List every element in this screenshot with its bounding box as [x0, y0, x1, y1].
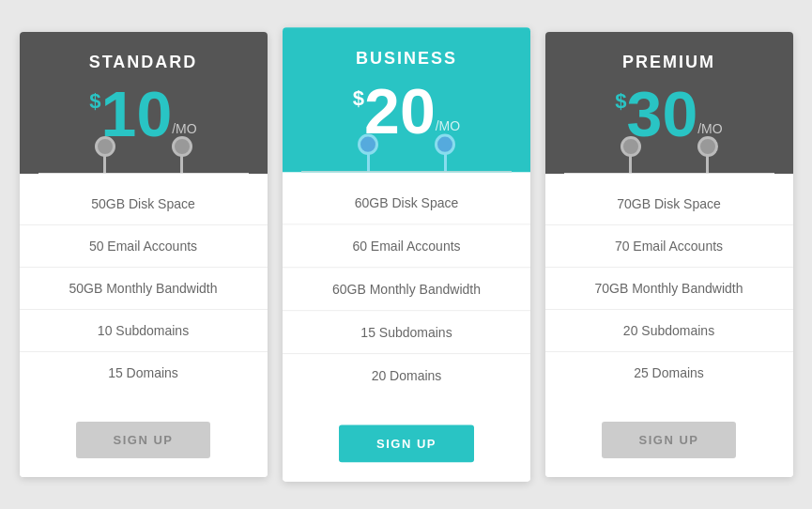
connector-business [301, 144, 512, 173]
pin-stem-business-1 [443, 154, 446, 171]
plan-header-premium: PREMIUM$30/MO [545, 32, 793, 174]
plan-price-business: $20/MO [301, 78, 512, 143]
connector-premium [564, 146, 774, 174]
plan-footer-standard: SIGN UP [20, 403, 268, 477]
plan-name-business: BUSINESS [301, 49, 512, 69]
signup-button-premium[interactable]: SIGN UP [602, 422, 737, 458]
pin-head-business-1 [435, 133, 455, 154]
pin-stem-business-0 [366, 154, 369, 171]
feature-item-premium-1: 70 Email Accounts [545, 225, 793, 268]
pricing-container: STANDARD$10/MO50GB Disk Space50 Email Ac… [3, 13, 810, 496]
price-period-standard: /MO [172, 121, 196, 136]
feature-item-standard-1: 50 Email Accounts [20, 225, 268, 268]
plan-price-premium: $30/MO [564, 82, 774, 146]
signup-button-business[interactable]: SIGN UP [339, 425, 474, 463]
feature-item-premium-4: 25 Domains [545, 352, 793, 393]
pin-stem-premium-0 [629, 156, 632, 173]
pin-head-premium-1 [697, 136, 718, 157]
pin-premium-0 [620, 136, 641, 174]
plan-price-standard: $10/MO [38, 82, 249, 146]
feature-item-business-4: 20 Domains [283, 354, 530, 396]
plan-card-standard: STANDARD$10/MO50GB Disk Space50 Email Ac… [20, 32, 268, 477]
feature-item-business-0: 60GB Disk Space [283, 181, 530, 224]
feature-item-standard-3: 10 Subdomains [20, 310, 268, 352]
plan-name-standard: STANDARD [38, 53, 249, 72]
feature-item-standard-2: 50GB Monthly Bandwidth [20, 268, 268, 310]
plan-features-standard: 50GB Disk Space50 Email Accounts50GB Mon… [20, 174, 268, 403]
pin-standard-1 [172, 136, 192, 174]
pin-business-0 [358, 133, 378, 172]
pin-stem-premium-1 [706, 156, 709, 173]
pin-head-premium-0 [620, 136, 641, 157]
plan-header-business: BUSINESS$20/MO [283, 27, 530, 172]
plan-footer-premium: SIGN UP [545, 403, 793, 477]
price-dollar-business: $ [352, 85, 363, 111]
feature-item-business-2: 60GB Monthly Bandwidth [283, 268, 530, 311]
pin-business-1 [435, 133, 455, 172]
plan-features-premium: 70GB Disk Space70 Email Accounts70GB Mon… [545, 174, 793, 403]
pin-head-standard-0 [95, 136, 115, 157]
price-period-premium: /MO [697, 121, 722, 136]
connector-standard [38, 146, 249, 174]
plan-features-business: 60GB Disk Space60 Email Accounts60GB Mon… [283, 172, 530, 406]
pin-premium-1 [697, 136, 718, 174]
pin-head-business-0 [358, 133, 378, 154]
price-dollar-standard: $ [89, 89, 100, 114]
price-dollar-premium: $ [615, 89, 626, 114]
feature-item-premium-0: 70GB Disk Space [545, 183, 793, 225]
pin-standard-0 [95, 136, 115, 174]
plan-footer-business: SIGN UP [283, 406, 530, 482]
feature-item-standard-4: 15 Domains [20, 352, 268, 393]
plan-header-standard: STANDARD$10/MO [20, 32, 268, 174]
feature-item-premium-3: 20 Subdomains [545, 310, 793, 352]
pin-stem-standard-1 [180, 156, 183, 173]
feature-item-business-1: 60 Email Accounts [283, 224, 530, 268]
signup-button-standard[interactable]: SIGN UP [76, 422, 211, 458]
pin-stem-standard-0 [103, 156, 106, 173]
plan-name-premium: PREMIUM [564, 53, 774, 72]
pin-head-standard-1 [172, 136, 192, 157]
feature-item-business-3: 15 Subdomains [283, 311, 530, 354]
plan-card-premium: PREMIUM$30/MO70GB Disk Space70 Email Acc… [545, 32, 793, 477]
price-period-business: /MO [435, 118, 459, 133]
plan-card-business: BUSINESS$20/MO60GB Disk Space60 Email Ac… [283, 27, 530, 481]
feature-item-standard-0: 50GB Disk Space [20, 183, 268, 225]
feature-item-premium-2: 70GB Monthly Bandwidth [545, 268, 793, 310]
